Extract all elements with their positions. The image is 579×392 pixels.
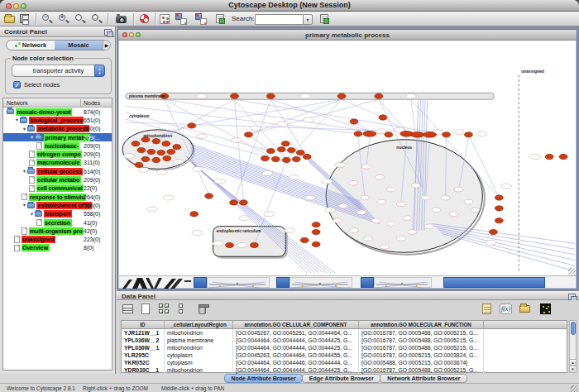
scrollbar-thumb[interactable]	[571, 322, 576, 335]
tree-row[interactable]: nucleobase-209(0)	[3, 141, 112, 150]
unselect-attributes-icon[interactable]	[176, 303, 189, 316]
zoom-out-icon[interactable]: −	[41, 13, 53, 25]
open-file-icon[interactable]	[4, 13, 16, 25]
new-network-from-selection-icon[interactable]	[175, 13, 187, 25]
background-view-glyphs[interactable]	[121, 277, 193, 288]
disclosure-triangle-icon[interactable]: ▼	[22, 127, 27, 131]
background-view-bar[interactable]	[443, 277, 545, 288]
table-row[interactable]: YLR295Ccytoplasm[GO:0045263, GO:0044464,…	[122, 351, 567, 359]
background-views-strip[interactable]	[119, 275, 576, 288]
network-overview-icon[interactable]	[160, 13, 171, 25]
table-cell[interactable]: YKR052C	[122, 359, 165, 366]
column-header[interactable]: annotation.GO CELLULAR_COMPONENT	[233, 321, 359, 328]
table-scrollbar[interactable]: ▲ ▼	[569, 320, 577, 373]
annotation-icon[interactable]	[215, 13, 227, 25]
search-options-icon[interactable]	[319, 13, 331, 25]
tree-row[interactable]: secretion41(0)	[3, 218, 112, 227]
table-cell[interactable]: cytoplasm	[165, 359, 233, 366]
tree-row[interactable]: nitrogen compo209(0)	[3, 150, 112, 158]
snapshot-icon[interactable]	[116, 13, 127, 25]
node-color-dropdown[interactable]: transporter activity ▲▼	[12, 65, 105, 77]
attribute-table[interactable]: ID_cellularLayoutRegionannotation.GO CEL…	[121, 320, 567, 373]
table-cell[interactable]: cytoplasm	[165, 351, 233, 359]
background-view-tab[interactable]	[194, 277, 207, 288]
tree-row[interactable]: cellular metabo209(0)	[3, 175, 112, 184]
column-header[interactable]: annotation.GO MOLECULAR_FUNCTION	[359, 321, 484, 328]
tree-row[interactable]: ▼cellular process614(0)	[3, 167, 112, 175]
tree-item-label[interactable]: unassigned	[22, 236, 56, 243]
table-cell[interactable]: mitochondrion	[165, 366, 233, 374]
table-row[interactable]: YKR052Ccytoplasm[GO:0044464, GO:0044446,…	[122, 359, 567, 366]
tree-row[interactable]: ▼primary metabo209(...	[3, 133, 112, 141]
network-view-frame[interactable]: primary metabolic process plasma membran…	[117, 29, 577, 289]
network-view-titlebar[interactable]: primary metabolic process	[118, 30, 577, 41]
zoom-selected-icon[interactable]: □	[91, 13, 103, 25]
attribute-table-icon[interactable]	[122, 303, 135, 316]
select-nodes-checkbox[interactable]: ✓	[13, 81, 21, 88]
table-cell[interactable]: YPL036W__2	[122, 337, 165, 344]
disclosure-triangle-icon[interactable]: ▼	[22, 203, 27, 208]
column-header[interactable]	[484, 321, 570, 328]
tree-item-label[interactable]: nitrogen compo	[36, 151, 83, 158]
tree-item-label[interactable]: multi-organism pro	[29, 227, 84, 235]
table-row[interactable]: YJR121W__1mitochondrion[GO:0045267, GO:0…	[122, 329, 567, 337]
background-view-preview[interactable]	[290, 277, 352, 288]
tree-row[interactable]: ▼transport558(0)	[3, 210, 112, 218]
table-cell[interactable]: [GO:0044464, GO:0044446, GO:0044444, G..…	[233, 359, 359, 366]
search-input[interactable]	[255, 14, 303, 25]
column-header[interactable]: _cellularLayoutRegion	[165, 321, 233, 328]
table-cell[interactable]	[484, 366, 570, 374]
table-cell[interactable]: [GO:0016787, GO:0005488, GO:0005215, G..…	[359, 344, 484, 351]
table-cell[interactable]: [GO:0016787, GO:0005215, GO:0003824, G..…	[359, 351, 484, 359]
disclosure-triangle-icon[interactable]: ▼	[29, 135, 35, 140]
table-cell[interactable]: [GO:0016787, GO:0005488, GO:0005215, G..…	[359, 366, 484, 374]
tab-network[interactable]: Network	[7, 41, 55, 50]
table-header-row[interactable]: ID_cellularLayoutRegionannotation.GO CEL…	[122, 321, 567, 329]
tree-row[interactable]: ▼biological_process651(0)	[3, 116, 112, 124]
table-cell[interactable]: mitochondrion	[165, 329, 233, 337]
tree-item-label[interactable]: cell communicat	[36, 184, 84, 192]
search-dropdown-arrow[interactable]: ▼	[303, 14, 313, 25]
tree-row[interactable]: response to stimulu264(0)	[3, 193, 112, 201]
tree-item-label[interactable]: biological_process	[29, 117, 84, 124]
table-cell[interactable]	[484, 351, 570, 359]
tree-row[interactable]: Overview8(0)	[3, 244, 112, 252]
tab-network-attribute-browser[interactable]: Network Attribute Browser	[380, 374, 467, 383]
tab-edge-attribute-browser[interactable]: Edge Attribute Browser	[302, 374, 380, 383]
zoom-fit-icon[interactable]	[74, 13, 86, 25]
tree-row[interactable]: ▼metabolic process280(0)	[3, 125, 112, 133]
tab-overflow-arrow[interactable]: ▶	[103, 41, 110, 50]
tree-row[interactable]: unassigned223(0)	[3, 235, 112, 243]
tree-item-label[interactable]: cellular process	[36, 168, 83, 175]
tree-item-label[interactable]: transport	[44, 210, 72, 218]
table-cell[interactable]: [GO:0045267, GO:0045261, GO:0044464, G..…	[233, 329, 359, 337]
table-cell[interactable]: [GO:0016787, GO:0005488, GO:0005215, G..…	[359, 337, 484, 344]
tree-row[interactable]: ▼establishment of lo558(0)	[3, 201, 112, 209]
import-attributes-icon[interactable]	[519, 303, 533, 316]
tree-item-label[interactable]: response to stimulu	[29, 194, 87, 201]
table-cell[interactable]	[484, 329, 570, 337]
save-session-icon[interactable]	[19, 13, 31, 25]
table-cell[interactable]	[484, 344, 570, 351]
window-resize-grip[interactable]	[571, 385, 578, 392]
table-cell[interactable]: YDR039C__1	[122, 366, 165, 374]
table-cell[interactable]: [GO:0005488, GO:0005215, GO:0003674]	[359, 359, 484, 366]
tree-item-label[interactable]: cellular metabo	[36, 176, 81, 184]
zoom-in-icon[interactable]: +	[58, 13, 69, 25]
matrix-icon[interactable]	[539, 303, 553, 316]
background-view-tab[interactable]	[276, 277, 290, 288]
tree-row[interactable]: multi-organism pro42(0)	[3, 227, 112, 235]
table-cell[interactable]	[484, 359, 570, 366]
table-cell[interactable]: YJR121W__1	[122, 329, 165, 337]
float-panel-icon[interactable]	[104, 29, 112, 36]
tree-item-label[interactable]: Overview	[22, 244, 50, 251]
function-builder-icon[interactable]: f(x)	[500, 303, 513, 316]
table-cell[interactable]: [GO:0045263, GO:0044464, GO:0044455, G..…	[233, 351, 359, 359]
delete-attribute-icon[interactable]	[196, 303, 209, 316]
background-view-preview[interactable]	[207, 277, 270, 288]
disclosure-triangle-icon[interactable]: ▼	[29, 212, 35, 217]
tree-row[interactable]: cell communicat22(0)	[3, 184, 112, 193]
table-cell[interactable]	[484, 337, 570, 344]
table-cell[interactable]: [GO:0044464, GO:0044444, GO:0044425, G..…	[233, 366, 359, 374]
disclosure-triangle-icon[interactable]: ▼	[22, 169, 27, 174]
